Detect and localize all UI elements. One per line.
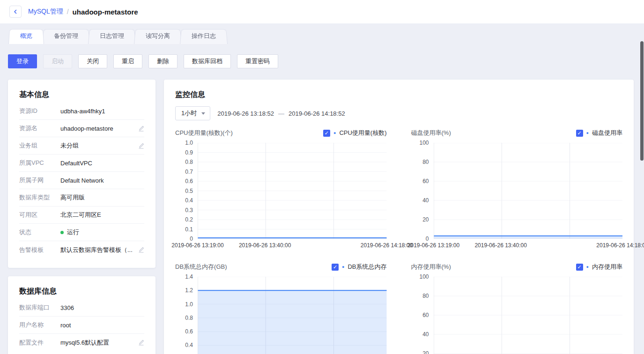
info-value: 未分组 <box>60 141 134 150</box>
chart-legend: ✓●磁盘使用率 <box>576 129 622 137</box>
edit-icon[interactable] <box>138 125 144 132</box>
database-info-title: 数据库信息 <box>19 287 144 296</box>
time-range-select[interactable]: 1小时 <box>175 106 210 120</box>
y-axis-labels: 00.10.20.30.40.50.60.70.80.91.0 <box>175 143 195 239</box>
shutdown-button[interactable]: 关闭 <box>78 54 107 68</box>
reset-password-button[interactable]: 重置密码 <box>237 54 278 68</box>
x-axis-tick-label: 2019-06-26 13:40:00 <box>239 242 291 249</box>
y-axis-tick-label: 0.1 <box>185 226 193 233</box>
x-axis-tick-label: 2019-06-26 14:18:00 <box>596 242 644 249</box>
y-axis-tick-label: 0.8 <box>185 159 193 165</box>
tab-backup-management[interactable]: 备份管理 <box>42 28 90 44</box>
info-value: udbha-aw4fhky1 <box>60 108 144 115</box>
info-value: 北京二可用区E <box>60 211 144 219</box>
page-header: MySQL管理 / uhadoop-metastore <box>0 0 644 23</box>
chart-legend: ✓●内存使用率 <box>576 263 622 271</box>
tab-label: 备份管理 <box>54 28 78 44</box>
info-row: 可用区北京二可用区E <box>19 206 144 224</box>
legend-dot-icon: ● <box>342 265 344 269</box>
time-start: 2019-06-26 13:18:52 <box>217 110 274 117</box>
info-row: 数据库端口3306 <box>19 299 144 317</box>
info-label: 配置文件 <box>19 339 60 347</box>
db-rollback-button[interactable]: 数据库回档 <box>184 54 231 68</box>
x-axis-tick-label: 2019-06-26 13:19:00 <box>171 242 223 249</box>
y-axis-tick-label: 0.3 <box>185 207 193 214</box>
basic-info-rows: 资源IDudbha-aw4fhky1资源名uhadoop-metastore业务… <box>19 103 144 258</box>
y-axis-tick-label: 60 <box>422 178 429 184</box>
breadcrumb[interactable]: MySQL管理 <box>28 7 63 16</box>
tab-overview[interactable]: 概览 <box>8 28 44 44</box>
restart-button[interactable]: 重启 <box>113 54 142 68</box>
chart-legend: ✓●DB系统总内存 <box>332 263 387 271</box>
y-axis-labels: 020406080100 <box>411 143 431 239</box>
tab-operation-log[interactable]: 操作日志 <box>180 28 228 44</box>
info-value: root <box>60 322 144 329</box>
plot-area: 2019-06-26 13:19:002019-06-26 13:40:0020… <box>434 143 623 251</box>
edit-icon[interactable] <box>138 339 144 346</box>
scrollbar[interactable] <box>640 41 644 161</box>
action-toolbar: 登录启动关闭重启删除数据库回档重置密码 <box>8 54 634 68</box>
info-value: 运行 <box>60 228 144 236</box>
legend-checkbox[interactable]: ✓ <box>576 130 583 137</box>
basic-info-title: 基本信息 <box>19 90 144 100</box>
time-range-display: 2019-06-26 13:18:52 — 2019-06-26 14:18:5… <box>217 110 345 117</box>
status-dot-icon <box>60 231 64 234</box>
info-label: 资源名 <box>19 124 60 133</box>
charts-grid: CPU使用量(核数)(个)✓●CPU使用量(核数)00.10.20.30.40.… <box>175 129 622 354</box>
info-value: mysql5.6默认配置 <box>60 339 134 347</box>
y-axis-tick-label: 20 <box>422 350 429 354</box>
info-value: Default Network <box>60 177 144 184</box>
login-button[interactable]: 登录 <box>8 54 37 68</box>
chart-body: 0204060801002019-06-26 13:19:002019-06-2… <box>411 143 623 251</box>
mysql-management-page: MySQL管理 / uhadoop-metastore 概览备份管理日志管理读写… <box>0 0 644 354</box>
chart-cpu-usage: CPU使用量(核数)(个)✓●CPU使用量(核数)00.10.20.30.40.… <box>175 129 387 251</box>
legend-checkbox[interactable]: ✓ <box>332 264 339 271</box>
y-axis-tick-label: 20 <box>422 216 429 223</box>
y-axis-tick-label: 0.9 <box>185 149 193 156</box>
info-label: 资源ID <box>19 107 60 115</box>
y-axis-tick-label: 1.0 <box>185 140 193 146</box>
back-button[interactable] <box>9 6 22 18</box>
info-value: DefaultVPC <box>60 160 144 167</box>
tab-read-write-separation[interactable]: 读写分离 <box>134 28 182 44</box>
y-axis-tick-label: 0.8 <box>185 315 193 321</box>
legend-dot-icon: ● <box>586 131 589 135</box>
info-label: 告警模板 <box>19 246 60 254</box>
info-label: 可用区 <box>19 211 60 219</box>
tab-label: 日志管理 <box>100 28 124 44</box>
y-axis-tick-label: 0.6 <box>185 328 193 335</box>
chart-plot <box>434 277 623 354</box>
edit-icon[interactable] <box>138 247 144 253</box>
y-axis-tick-label: 0.2 <box>185 216 193 223</box>
y-axis-tick-label: 60 <box>422 312 429 318</box>
y-axis-labels: 00.20.40.60.81.01.21.4 <box>175 277 195 354</box>
start-button: 启动 <box>43 54 72 68</box>
chart-disk-usage: 磁盘使用率(%)✓●磁盘使用率0204060801002019-06-26 13… <box>411 129 623 251</box>
content-area: 基本信息 资源IDudbha-aw4fhky1资源名uhadoop-metast… <box>8 80 634 354</box>
page-title: uhadoop-metastore <box>73 8 138 16</box>
monitoring-title: 监控信息 <box>175 90 622 100</box>
y-axis-tick-label: 1.0 <box>185 301 193 308</box>
plot-area: 2019-06-26 13:19:002019-06-26 13:40:0020… <box>198 277 387 354</box>
legend-dot-icon: ● <box>586 265 589 269</box>
info-row: 数据库类型高可用版 <box>19 189 144 206</box>
y-axis-tick-label: 0.4 <box>185 197 193 204</box>
edit-icon[interactable] <box>138 143 144 149</box>
info-row: 所属子网Default Network <box>19 172 144 189</box>
monitoring-card: 监控信息 1小时 2019-06-26 13:18:52 — 2019-06-2… <box>164 80 634 354</box>
plot-area: 2019-06-26 13:19:002019-06-26 13:40:0020… <box>434 277 623 354</box>
time-range-select-value: 1小时 <box>181 109 197 118</box>
chart-header: DB系统总内存(GB)✓●DB系统总内存 <box>175 263 387 271</box>
info-row: 资源IDudbha-aw4fhky1 <box>19 103 144 120</box>
legend-checkbox[interactable]: ✓ <box>323 130 330 137</box>
info-row: 配置文件mysql5.6默认配置 <box>19 334 144 351</box>
chart-legend: ✓●CPU使用量(核数) <box>323 129 387 137</box>
tab-log-management[interactable]: 日志管理 <box>88 28 136 44</box>
legend-checkbox[interactable]: ✓ <box>576 264 583 271</box>
y-axis-tick-label: 0 <box>190 236 193 242</box>
chart-title: CPU使用量(核数)(个) <box>175 129 233 137</box>
delete-button[interactable]: 删除 <box>148 54 178 68</box>
y-axis-tick-label: 40 <box>422 331 429 338</box>
chart-title: 磁盘使用率(%) <box>411 129 451 137</box>
legend-label: CPU使用量(核数) <box>339 129 386 137</box>
